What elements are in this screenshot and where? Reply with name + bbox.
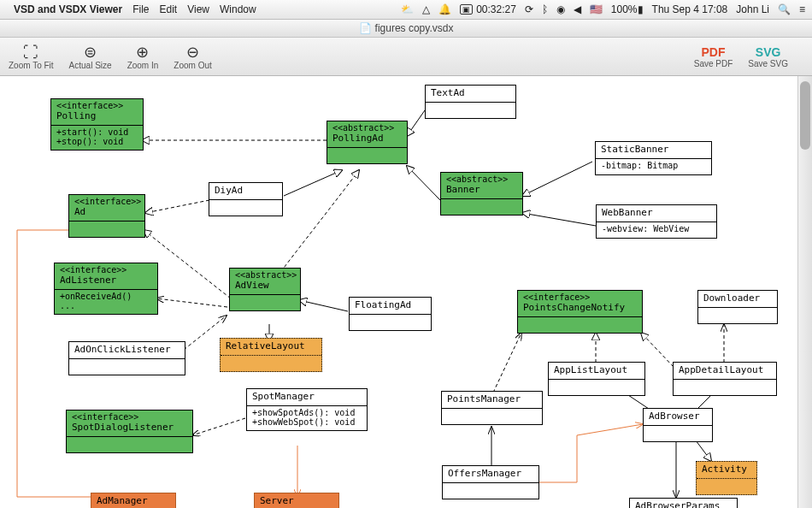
node-activity[interactable]: Activity (696, 461, 757, 495)
pdf-icon: PDF (702, 45, 726, 59)
node-offersmanager[interactable]: OffersManager (442, 465, 539, 499)
node-adview[interactable]: <<abstract>>AdView (229, 268, 301, 311)
window-title: figures copy.vsdx (375, 22, 454, 34)
node-appdetaillayout[interactable]: AppDetailLayout (673, 362, 777, 396)
notifications-icon[interactable]: ≡ (799, 3, 805, 15)
node-pointsmanager[interactable]: PointsManager (441, 391, 543, 425)
node-floatingad[interactable]: FloatingAd (349, 297, 432, 331)
actual-size-button[interactable]: ⊜Actual Size (69, 44, 112, 70)
menu-window[interactable]: Window (220, 3, 256, 15)
menu-view[interactable]: View (187, 3, 209, 15)
node-pollingad[interactable]: <<abstract>>PollingAd (327, 121, 408, 164)
svg-icon: SVG (756, 45, 781, 59)
node-ad[interactable]: <<interface>>Ad (68, 194, 145, 238)
node-textad[interactable]: TextAd (425, 85, 516, 119)
mac-menubar: VSD and VSDX Viewer File Edit View Windo… (0, 0, 812, 20)
node-staticbanner[interactable]: StaticBanner -bitmap: Bitmap (595, 141, 712, 175)
actual-size-icon: ⊜ (84, 44, 97, 61)
zoom-in-icon: ⊕ (136, 44, 149, 61)
battery-status[interactable]: 100% ▮ (611, 3, 644, 15)
node-pointschangenotify[interactable]: <<interface>>PointsChangeNotify (517, 290, 643, 334)
vertical-scrollbar[interactable] (797, 76, 812, 508)
spotlight-icon[interactable]: 🔍 (778, 3, 791, 15)
wifi-icon[interactable]: ◉ (556, 3, 565, 15)
node-spotdialoglistener[interactable]: <<interface>>SpotDialogListener (66, 410, 193, 453)
input-icon[interactable]: 🇺🇸 (590, 3, 603, 15)
node-polling[interactable]: <<interface>>Polling +start(): void +sto… (50, 98, 144, 151)
window-titlebar: 📄 figures copy.vsdx (0, 20, 812, 38)
cloud-icon[interactable]: ⛅ (401, 3, 414, 15)
bluetooth-icon[interactable]: ᛒ (542, 3, 548, 15)
node-relativelayout[interactable]: RelativeLayout (220, 338, 322, 372)
node-diyad[interactable]: DiyAd (209, 182, 283, 216)
node-adbrowserparams[interactable]: AdBrowserParams (629, 498, 738, 508)
menu-edit[interactable]: Edit (160, 3, 178, 15)
sync-icon[interactable]: ⟳ (525, 3, 533, 15)
node-webbanner[interactable]: WebBanner -webview: WebView (596, 204, 717, 239)
user-name[interactable]: John Li (736, 3, 769, 15)
timer-readout: ▣00:32:27 (460, 3, 516, 15)
node-banner[interactable]: <<abstract>>Banner (440, 172, 523, 216)
node-downloader[interactable]: Downloader (697, 290, 778, 324)
node-adbrowser[interactable]: AdBrowser (643, 408, 713, 442)
zoom-fit-icon: ⛶ (23, 44, 38, 61)
zoom-out-button[interactable]: ⊖Zoom Out (174, 44, 211, 70)
save-svg-button[interactable]: SVGSave SVG (748, 45, 788, 68)
node-applistlayout[interactable]: AppListLayout (548, 362, 645, 396)
node-adlistener[interactable]: <<interface>>AdListener +onReceiveAd() .… (54, 263, 158, 315)
node-server[interactable]: Server (254, 493, 339, 508)
zoom-out-icon: ⊖ (186, 44, 199, 61)
node-admanager[interactable]: AdManager (91, 493, 176, 508)
app-name[interactable]: VSD and VSDX Viewer (14, 3, 122, 15)
toolbar: ⛶Zoom To Fit ⊜Actual Size ⊕Zoom In ⊖Zoom… (0, 38, 812, 76)
gdrive-icon[interactable]: △ (422, 3, 430, 15)
zoom-in-button[interactable]: ⊕Zoom In (127, 44, 159, 70)
diagram-canvas[interactable]: <<interface>>Polling +start(): void +sto… (0, 76, 812, 508)
bell-icon[interactable]: 🔔 (438, 3, 451, 15)
node-spotmanager[interactable]: SpotManager +showSpotAds(): void +showWe… (246, 388, 368, 431)
save-pdf-button[interactable]: PDFSave PDF (694, 45, 733, 68)
zoom-to-fit-button[interactable]: ⛶Zoom To Fit (9, 44, 54, 70)
menu-file[interactable]: File (132, 3, 149, 15)
node-adonclicklistener[interactable]: AdOnClickListener (68, 341, 185, 375)
date-time[interactable]: Thu Sep 4 17:08 (652, 3, 728, 15)
volume-icon[interactable]: ◀ (574, 3, 581, 15)
scrollbar-thumb[interactable] (800, 81, 810, 150)
document-icon: 📄 (359, 22, 372, 34)
